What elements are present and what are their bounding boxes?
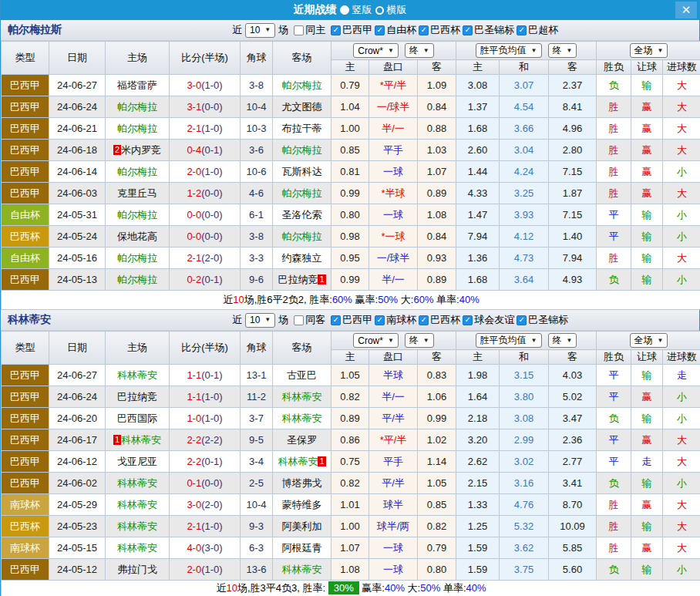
asia-away-odds: 0.89 bbox=[418, 269, 456, 291]
league-checkbox[interactable]: ✓自由杯 bbox=[375, 23, 416, 37]
league-label: 自由杯 bbox=[386, 23, 416, 37]
match-type-cell: 巴西甲 bbox=[2, 161, 49, 183]
asia-handicap: 一球 bbox=[369, 161, 418, 183]
league-checkbox[interactable]: ✓巴圣锦标 bbox=[463, 23, 514, 37]
fulltime-score: 3-0 bbox=[187, 499, 201, 510]
league-checkbox[interactable]: ✓巴西杯 bbox=[419, 23, 460, 37]
match-type-cell: 巴西甲 bbox=[2, 365, 49, 386]
handicap-result-cell: 赢 bbox=[631, 118, 663, 140]
match-date-cell: 24-06-18 bbox=[49, 140, 106, 161]
final-select[interactable]: 终▼ bbox=[548, 43, 577, 58]
odds-source-select[interactable]: Crow*▼ bbox=[353, 43, 399, 58]
team-name-text: 巴拉纳竞 bbox=[278, 274, 318, 285]
summary-segment: 50% bbox=[378, 294, 398, 305]
scope-select[interactable]: 全场▼ bbox=[630, 43, 668, 58]
handicap-result-cell: 赢 bbox=[631, 386, 663, 408]
euro-away-odds: 7.15 bbox=[549, 161, 597, 183]
summary-segment: 大: bbox=[405, 582, 420, 594]
recent-results-window: 近期战绩 竖版 横版 ✕ 帕尔梅拉斯 近 10 ▼ 场 bbox=[0, 0, 700, 596]
euro-draw-odds: 4.54 bbox=[500, 96, 549, 118]
euro-away-odds: 4.03 bbox=[549, 365, 597, 386]
halftime-score: (1-0) bbox=[201, 564, 222, 575]
euro-draw-odds: 3.93 bbox=[500, 204, 549, 226]
euro-home-odds: 1.59 bbox=[456, 559, 500, 581]
goals-result-cell: 大 bbox=[663, 118, 700, 140]
asia-handicap: 半/一 bbox=[369, 269, 418, 291]
euro-away-odds: 5.02 bbox=[549, 386, 597, 408]
euro-draw-odds: 3.75 bbox=[500, 559, 549, 581]
away-team-cell: 博塔弗戈 bbox=[273, 473, 331, 494]
euro-draw-odds: 4.24 bbox=[500, 161, 549, 183]
table-row: 巴西甲24-06-182米内罗竞0-4(0-1)3-6帕尔梅拉0.85平手1.0… bbox=[2, 140, 700, 161]
scope-select[interactable]: 全场▼ bbox=[630, 333, 668, 348]
red-card-badge: 2 bbox=[113, 145, 121, 155]
away-team-cell: 蒙特维多 bbox=[273, 494, 331, 516]
final-select[interactable]: 终▼ bbox=[405, 43, 434, 58]
team-name-text: 科林蒂安 bbox=[117, 369, 157, 381]
col-type: 类型 bbox=[2, 332, 49, 365]
corner-cell: 10-4 bbox=[241, 494, 273, 516]
match-date-cell: 24-06-02 bbox=[49, 473, 106, 494]
table-row: 巴西甲24-06-20巴西国际1-0(1-0)3-7科林蒂安0.89平/半0.9… bbox=[2, 408, 700, 429]
avg-odds-select[interactable]: 胜平负均值▼ bbox=[476, 43, 542, 58]
summary-segment: 40% bbox=[466, 582, 486, 594]
corner-cell: 9-3 bbox=[241, 516, 273, 537]
away-team-cell: 科林蒂安1 bbox=[273, 451, 331, 473]
radio-selected-icon bbox=[340, 5, 349, 15]
league-checkbox[interactable]: ✓球会友谊 bbox=[463, 313, 514, 327]
league-checkbox[interactable]: ✓南球杯 bbox=[375, 313, 416, 327]
goals-result-cell: 大 bbox=[663, 247, 700, 269]
home-team-cell: 1科林蒂安 bbox=[106, 429, 170, 451]
odds-source-select[interactable]: Crow*▼ bbox=[353, 333, 399, 348]
match-date-cell: 24-05-24 bbox=[49, 226, 106, 247]
match-count-select[interactable]: 10 ▼ bbox=[245, 313, 275, 328]
scope-header: 全场▼ bbox=[597, 332, 700, 350]
league-checkbox[interactable]: ✓巴圣锦标 bbox=[517, 313, 568, 327]
close-button[interactable]: ✕ bbox=[675, 2, 697, 19]
final-select[interactable]: 终▼ bbox=[405, 333, 434, 348]
league-checkbox[interactable]: ✓巴西甲 bbox=[331, 23, 372, 37]
radio-horizontal-layout[interactable]: 横版 bbox=[375, 3, 407, 17]
col-score: 比分(半场) bbox=[170, 332, 241, 365]
same-venue-checkbox[interactable]: 同客 bbox=[294, 313, 325, 327]
table-row: 巴西甲24-06-14帕尔梅拉2-0(1-0)10-6瓦斯科达0.81一球1.0… bbox=[2, 161, 700, 183]
team-name-text: 科林蒂安 bbox=[121, 434, 161, 446]
radio-vertical-layout[interactable]: 竖版 bbox=[340, 3, 372, 17]
team-name-text: 博塔弗戈 bbox=[282, 477, 322, 489]
team-name-text: 古亚巴 bbox=[287, 369, 317, 381]
red-card-badge: 1 bbox=[318, 456, 325, 466]
chevron-down-icon: ▼ bbox=[264, 317, 271, 323]
euro-home-odds: 3.20 bbox=[456, 429, 500, 451]
league-checkbox[interactable]: ✓巴西杯 bbox=[419, 313, 460, 327]
summary-segment: 40% bbox=[385, 582, 405, 594]
checkbox-checked-icon: ✓ bbox=[419, 25, 429, 35]
avg-odds-select[interactable]: 胜平负均值▼ bbox=[476, 333, 542, 348]
league-checkbox[interactable]: ✓巴超杯 bbox=[517, 23, 558, 37]
col-corner: 角球 bbox=[241, 42, 273, 75]
result-cell: 负 bbox=[597, 75, 631, 96]
euro-draw-odds: 3.80 bbox=[500, 386, 549, 408]
title-bar: 近期战绩 竖版 横版 ✕ bbox=[1, 0, 699, 20]
euro-away-odds: 4.93 bbox=[549, 269, 597, 291]
league-checkbox[interactable]: ✓巴西甲 bbox=[331, 313, 372, 327]
handicap-result-cell: 赢 bbox=[631, 96, 663, 118]
col-date: 日期 bbox=[49, 332, 106, 365]
halftime-score: (2-0) bbox=[201, 252, 222, 264]
asia-home-odds: 0.86 bbox=[331, 429, 369, 451]
home-team-cell: 科林蒂安 bbox=[106, 365, 170, 386]
euro-away-odds: 8.41 bbox=[549, 96, 597, 118]
match-count-select[interactable]: 10 ▼ bbox=[245, 23, 275, 38]
handicap-result-cell: 输 bbox=[631, 247, 663, 269]
corner-cell: 10-3 bbox=[241, 118, 273, 140]
team-name-text: 帕尔梅拉 bbox=[282, 79, 322, 91]
checkbox-unchecked-icon bbox=[294, 315, 304, 325]
corner-cell: 3-3 bbox=[241, 247, 273, 269]
away-team-cell: 科林蒂安 bbox=[273, 386, 331, 408]
goals-result-cell: 小 bbox=[663, 226, 700, 247]
final-select[interactable]: 终▼ bbox=[548, 333, 577, 348]
handicap-result-cell: 赢 bbox=[631, 429, 663, 451]
euro-home-odds: 1.68 bbox=[456, 269, 500, 291]
euro-home-odds: 4.33 bbox=[456, 183, 500, 204]
same-venue-checkbox[interactable]: 同主 bbox=[294, 23, 325, 37]
home-team-cell: 帕尔梅拉 bbox=[106, 96, 170, 118]
